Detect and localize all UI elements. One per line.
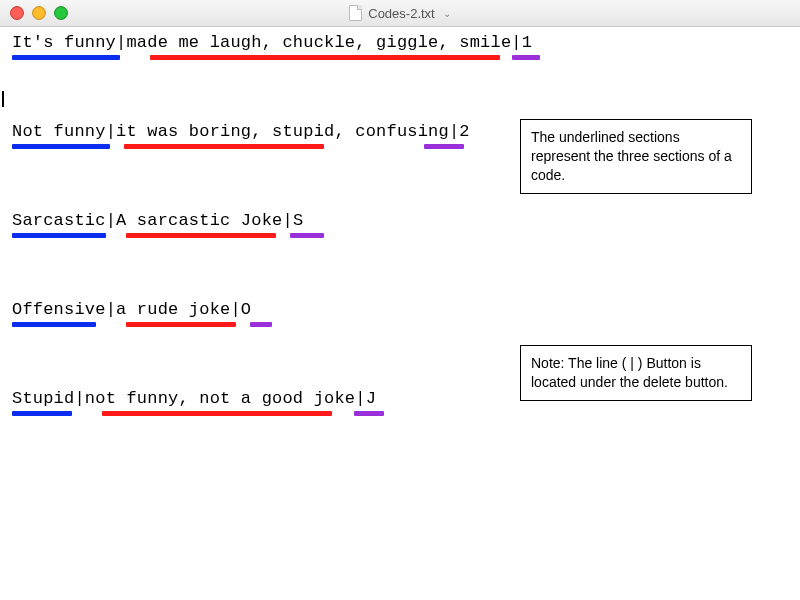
underline-purple — [424, 144, 464, 149]
separator: | — [449, 122, 459, 141]
underline-gap — [96, 322, 126, 327]
underline-group — [12, 233, 788, 238]
code-line[interactable]: Offensive|a rude joke|O — [12, 300, 788, 319]
underline-red — [124, 144, 324, 149]
underline-purple — [250, 322, 272, 327]
annotation-box: The underlined sections represent the th… — [520, 119, 752, 194]
separator: | — [282, 211, 292, 230]
underline-blue — [12, 144, 110, 149]
underline-red — [126, 233, 276, 238]
underline-gap — [120, 55, 150, 60]
code-part-desc: a rude joke — [116, 300, 230, 319]
annotation-box: Note: The line ( | ) Button is located u… — [520, 345, 752, 401]
code-part-desc: made me laugh, chuckle, giggle, smile — [126, 33, 511, 52]
code-part-id: S — [293, 211, 303, 230]
separator: | — [355, 389, 365, 408]
document-icon — [349, 5, 362, 21]
separator: | — [106, 211, 116, 230]
underline-purple — [512, 55, 540, 60]
underline-gap — [332, 411, 354, 416]
text-cursor — [2, 91, 4, 107]
code-part-label: It's funny — [12, 33, 116, 52]
code-entry: It's funny|made me laugh, chuckle, giggl… — [12, 33, 788, 60]
underline-gap — [500, 55, 512, 60]
code-part-id: J — [366, 389, 376, 408]
underline-gap — [324, 144, 424, 149]
code-part-id: 1 — [522, 33, 532, 52]
code-line[interactable]: It's funny|made me laugh, chuckle, giggl… — [12, 33, 788, 52]
annotation-text: The underlined sections represent the th… — [531, 129, 732, 183]
zoom-icon[interactable] — [54, 6, 68, 20]
code-part-desc: not funny, not a good joke — [85, 389, 355, 408]
minimize-icon[interactable] — [32, 6, 46, 20]
code-part-label: Not funny — [12, 122, 106, 141]
underline-blue — [12, 55, 120, 60]
underline-blue — [12, 322, 96, 327]
code-part-desc: it was boring, stupid, confusing — [116, 122, 449, 141]
separator: | — [74, 389, 84, 408]
underline-gap — [72, 411, 102, 416]
code-part-label: Sarcastic — [12, 211, 106, 230]
underline-red — [126, 322, 236, 327]
code-line[interactable]: Sarcastic|A sarcastic Joke|S — [12, 211, 788, 230]
separator: | — [116, 33, 126, 52]
code-entry: Offensive|a rude joke|O — [12, 300, 788, 327]
underline-purple — [354, 411, 384, 416]
text-editor-area[interactable]: It's funny|made me laugh, chuckle, giggl… — [0, 27, 800, 600]
separator: | — [106, 122, 116, 141]
underline-group — [12, 411, 788, 416]
underline-gap — [106, 233, 126, 238]
underline-blue — [12, 233, 106, 238]
underline-red — [150, 55, 500, 60]
underline-gap — [276, 233, 290, 238]
code-entry: Sarcastic|A sarcastic Joke|S — [12, 211, 788, 238]
code-part-label: Stupid — [12, 389, 74, 408]
annotation-text: Note: The line ( | ) Button is located u… — [531, 355, 728, 390]
code-part-id: 2 — [459, 122, 469, 141]
underline-gap — [236, 322, 250, 327]
chevron-down-icon[interactable]: ⌄ — [443, 8, 451, 19]
separator: | — [230, 300, 240, 319]
underline-purple — [290, 233, 324, 238]
underline-red — [102, 411, 332, 416]
code-part-id: O — [241, 300, 251, 319]
separator: | — [511, 33, 521, 52]
underline-group — [12, 322, 788, 327]
underline-gap — [110, 144, 124, 149]
separator: | — [106, 300, 116, 319]
window-controls — [10, 6, 68, 20]
window-title: Codes-2.txt ⌄ — [0, 5, 800, 21]
window-filename: Codes-2.txt — [368, 6, 434, 21]
code-part-desc: A sarcastic Joke — [116, 211, 282, 230]
code-part-label: Offensive — [12, 300, 106, 319]
underline-group — [12, 55, 788, 60]
close-icon[interactable] — [10, 6, 24, 20]
underline-blue — [12, 411, 72, 416]
window-titlebar: Codes-2.txt ⌄ — [0, 0, 800, 27]
